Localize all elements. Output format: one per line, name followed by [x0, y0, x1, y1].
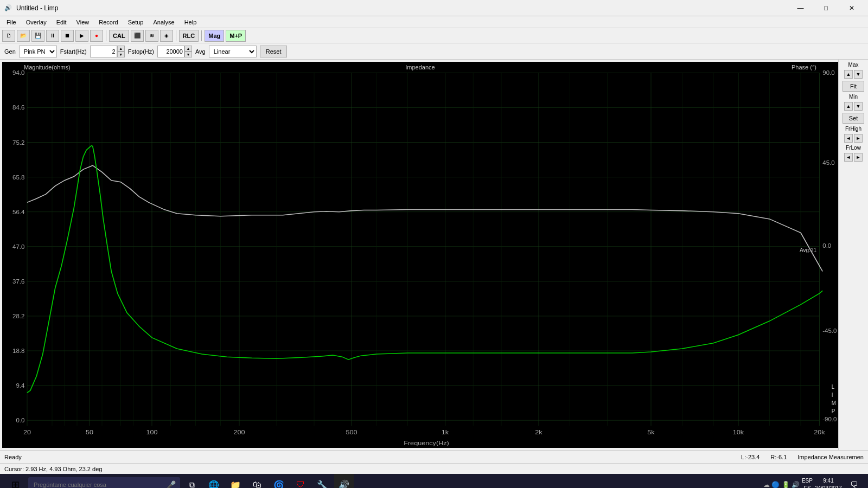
control-bar: Gen Pink PN Sine White Fstart(Hz) ▲ ▼ Fs…	[0, 43, 868, 60]
svg-text:500: 500	[346, 428, 357, 435]
chrome-icon[interactable]: 🌀	[269, 474, 289, 488]
fstop-group: ▲ ▼	[157, 46, 192, 57]
cal-button[interactable]: CAL	[109, 30, 129, 42]
fit-button[interactable]: Fit	[843, 81, 864, 92]
frhigh-right[interactable]: ►	[854, 134, 863, 143]
menu-view[interactable]: View	[72, 18, 94, 27]
status-mode: Impedance Measuremen	[797, 454, 864, 460]
lang-top: ESP	[802, 477, 813, 485]
cursor-bar: Cursor: 2.93 Hz, 4.93 Ohm, 23.2 deg	[0, 463, 868, 474]
max-up[interactable]: ▲	[844, 70, 853, 79]
svg-text:-90.0: -90.0	[822, 416, 837, 422]
notification-icons: ☁ 🔵 🔋 🔊	[763, 481, 800, 488]
stop-button[interactable]: ⏹	[61, 30, 74, 42]
mag-button[interactable]: Mag	[205, 30, 224, 42]
menu-analyse[interactable]: Analyse	[149, 18, 178, 27]
task-view-button[interactable]: ⧉	[182, 474, 202, 488]
chart-container[interactable]: Magnitude(ohms) Impedance Phase (°) Avg:…	[2, 62, 838, 448]
fstart-down[interactable]: ▼	[117, 52, 125, 57]
limp-icon[interactable]: 🔊	[334, 474, 354, 488]
tb-icon3[interactable]: ◈	[160, 30, 173, 42]
pause-button[interactable]: ⏸	[46, 30, 59, 42]
status-ready: Ready	[4, 454, 22, 460]
store-icon[interactable]: 🛍	[247, 474, 267, 488]
max-arrows: ▲ ▼	[844, 70, 863, 79]
reset-button[interactable]: Reset	[260, 46, 288, 57]
notification-button[interactable]: 🗨	[844, 474, 864, 488]
new-button[interactable]: 🗋	[2, 30, 15, 42]
fstart-spinner: ▲ ▼	[117, 46, 125, 57]
avg-label: Avg	[195, 48, 206, 55]
frhigh-arrows: ◄ ►	[844, 134, 863, 143]
chart-title-magnitude: Magnitude(ohms)	[24, 64, 71, 70]
toolbar-separator-3	[201, 30, 202, 41]
taskbar-search[interactable]	[28, 477, 180, 488]
svg-text:2k: 2k	[535, 428, 542, 435]
main-area: Magnitude(ohms) Impedance Phase (°) Avg:…	[0, 60, 868, 450]
mp-button[interactable]: M+P	[226, 30, 246, 42]
chart-title-impedance: Impedance	[405, 64, 435, 70]
min-down[interactable]: ▼	[854, 102, 863, 111]
record-button[interactable]: ●	[90, 30, 103, 42]
frhigh-left[interactable]: ◄	[844, 134, 853, 143]
menu-setup[interactable]: Setup	[124, 18, 148, 27]
menu-bar: File Overlay Edit View Record Setup Anal…	[0, 16, 868, 28]
menu-record[interactable]: Record	[94, 18, 122, 27]
explorer-icon[interactable]: 📁	[226, 474, 245, 488]
fstart-up[interactable]: ▲	[117, 46, 125, 52]
svg-text:1k: 1k	[442, 428, 449, 435]
open-button[interactable]: 📂	[17, 30, 30, 42]
cursor-text: Cursor: 2.93 Hz, 4.93 Ohm, 23.2 deg	[4, 466, 102, 472]
minimize-button[interactable]: —	[788, 0, 813, 16]
min-up[interactable]: ▲	[844, 102, 853, 111]
close-button[interactable]: ✕	[839, 0, 864, 16]
save-button[interactable]: 💾	[31, 30, 44, 42]
fstop-up[interactable]: ▲	[184, 46, 192, 52]
avg-label-chart: Avg:21	[800, 247, 816, 253]
rlc-button[interactable]: RLC	[179, 30, 199, 42]
menu-edit[interactable]: Edit	[52, 18, 71, 27]
max-down[interactable]: ▼	[854, 70, 863, 79]
i-label: I	[832, 391, 836, 399]
set-button[interactable]: Set	[843, 113, 864, 124]
tool-icon[interactable]: 🔧	[312, 474, 332, 488]
svg-text:20: 20	[23, 428, 31, 435]
fstop-down[interactable]: ▼	[184, 52, 192, 57]
svg-text:18.8: 18.8	[12, 348, 24, 354]
frlow-right[interactable]: ►	[854, 153, 863, 162]
menu-file[interactable]: File	[2, 18, 21, 27]
play-button[interactable]: ▶	[75, 30, 88, 42]
title-bar-left: 🔊 Untitled - Limp	[4, 4, 58, 12]
menu-overlay[interactable]: Overlay	[22, 18, 51, 27]
fstop-input[interactable]	[157, 46, 184, 57]
avg-select[interactable]: Linear Exponential	[209, 46, 257, 57]
edge-icon[interactable]: 🌐	[204, 474, 224, 488]
gen-select[interactable]: Pink PN Sine White	[19, 46, 57, 57]
svg-text:65.8: 65.8	[12, 174, 24, 180]
svg-rect-0	[2, 62, 838, 448]
status-bar: Ready L:-23.4 R:-6.1 Impedance Measureme…	[0, 450, 868, 463]
min-arrows: ▲ ▼	[844, 102, 863, 111]
start-button[interactable]: ⊞	[4, 474, 26, 488]
tb-icon2[interactable]: ≋	[145, 30, 158, 42]
menu-help[interactable]: Help	[180, 18, 201, 27]
antivirus-icon[interactable]: 🛡	[291, 474, 310, 488]
fstart-label: Fstart(Hz)	[60, 48, 87, 55]
language-indicator[interactable]: ESP ES	[802, 477, 813, 488]
svg-text:20k: 20k	[814, 428, 825, 435]
svg-text:90.0: 90.0	[822, 70, 834, 76]
svg-text:100: 100	[146, 428, 157, 435]
fstart-input[interactable]	[90, 46, 117, 57]
svg-text:0.0: 0.0	[822, 242, 831, 248]
l-label: L	[832, 383, 836, 391]
svg-text:50: 50	[86, 428, 93, 435]
fstop-label: Fstop(Hz)	[128, 48, 154, 55]
frlow-left[interactable]: ◄	[844, 153, 853, 162]
clock[interactable]: 9:41 24/03/2017	[815, 477, 842, 488]
frlow-arrows: ◄ ►	[844, 153, 863, 162]
maximize-button[interactable]: □	[814, 0, 838, 16]
tb-icon1[interactable]: ⬛	[131, 30, 144, 42]
svg-text:84.6: 84.6	[12, 105, 24, 111]
svg-text:10k: 10k	[733, 428, 744, 435]
toolbar: 🗋 📂 💾 ⏸ ⏹ ▶ ● CAL ⬛ ≋ ◈ RLC Mag M+P	[0, 28, 868, 43]
